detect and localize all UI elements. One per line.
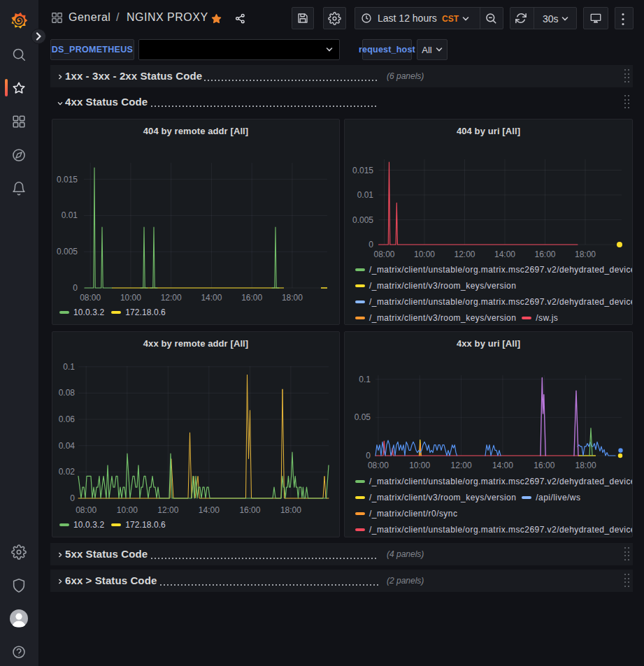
svg-text:0.1: 0.1	[359, 375, 371, 384]
svg-text:0.005: 0.005	[57, 247, 78, 256]
svg-text:10:00: 10:00	[414, 249, 435, 259]
svg-text:10:00: 10:00	[120, 293, 141, 303]
svg-text:14:00: 14:00	[494, 249, 515, 259]
svg-text:0: 0	[73, 283, 78, 293]
svg-text:14:00: 14:00	[492, 461, 513, 470]
svg-text:16:00: 16:00	[241, 293, 262, 303]
svg-text:12:00: 12:00	[157, 505, 178, 515]
svg-text:18:00: 18:00	[282, 293, 303, 303]
svg-text:16:00: 16:00	[534, 461, 554, 470]
svg-text:10:00: 10:00	[409, 461, 430, 470]
svg-text:08:00: 08:00	[76, 505, 96, 515]
svg-text:08:00: 08:00	[368, 461, 389, 470]
svg-text:18:00: 18:00	[280, 505, 301, 515]
svg-text:14:00: 14:00	[201, 293, 222, 303]
svg-text:16:00: 16:00	[534, 249, 555, 259]
svg-text:0.02: 0.02	[59, 467, 76, 477]
svg-text:0.005: 0.005	[352, 215, 373, 225]
svg-text:0.01: 0.01	[357, 190, 374, 200]
svg-text:14:00: 14:00	[199, 505, 220, 515]
svg-text:0.015: 0.015	[352, 166, 373, 175]
svg-text:08:00: 08:00	[80, 293, 101, 303]
svg-text:0.08: 0.08	[59, 388, 76, 398]
svg-text:0.015: 0.015	[57, 175, 78, 184]
svg-text:0: 0	[70, 493, 75, 503]
svg-text:0.01: 0.01	[62, 210, 78, 220]
svg-text:0: 0	[368, 240, 373, 249]
svg-text:0.05: 0.05	[355, 412, 371, 422]
svg-text:18:00: 18:00	[575, 249, 596, 259]
svg-text:0: 0	[366, 451, 371, 461]
svg-text:0.1: 0.1	[63, 362, 75, 372]
svg-text:16:00: 16:00	[239, 505, 260, 515]
svg-text:12:00: 12:00	[451, 461, 472, 470]
svg-text:18:00: 18:00	[575, 461, 596, 470]
svg-text:0.06: 0.06	[59, 414, 76, 424]
svg-text:0.04: 0.04	[59, 441, 76, 451]
svg-text:08:00: 08:00	[373, 249, 394, 259]
svg-text:12:00: 12:00	[454, 249, 475, 259]
svg-text:12:00: 12:00	[161, 293, 182, 303]
svg-text:10:00: 10:00	[117, 505, 138, 515]
